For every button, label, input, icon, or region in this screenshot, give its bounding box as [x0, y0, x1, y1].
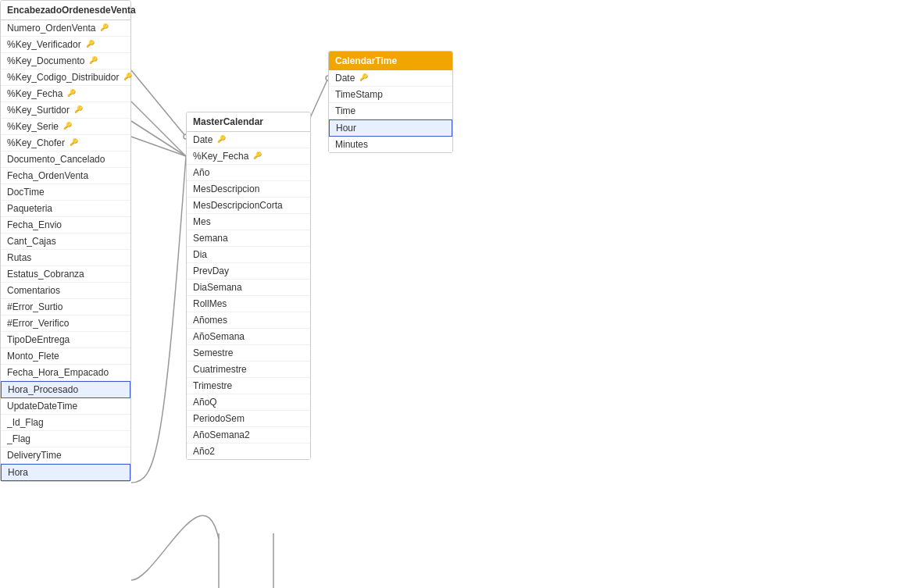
- field-row[interactable]: DiaSemana: [187, 280, 310, 296]
- field-row[interactable]: Date🔑: [187, 132, 310, 148]
- field-name: Hour: [336, 123, 356, 134]
- field-name: #Error_Verifico: [7, 318, 69, 329]
- field-row[interactable]: Cuatrimestre: [187, 362, 310, 378]
- field-name: Dia: [193, 249, 207, 260]
- field-row[interactable]: _Id_Flag: [1, 415, 130, 431]
- field-row[interactable]: %Key_Chofer🔑: [1, 135, 130, 151]
- field-row[interactable]: AñoSemana2: [187, 427, 310, 444]
- field-row[interactable]: Comentarios: [1, 283, 130, 299]
- field-name: %Key_Documento: [7, 55, 84, 66]
- field-row[interactable]: RollMes: [187, 296, 310, 312]
- field-row[interactable]: %Key_Fecha🔑: [187, 148, 310, 165]
- field-row[interactable]: Documento_Cancelado: [1, 151, 130, 168]
- field-row[interactable]: %Key_Fecha🔑: [1, 86, 130, 102]
- field-row[interactable]: Hora: [1, 464, 130, 481]
- field-name: AñoSemana: [193, 331, 245, 342]
- field-row[interactable]: Minutes: [329, 137, 452, 152]
- field-name: Paqueteria: [7, 203, 52, 214]
- field-row[interactable]: Trimestre: [187, 378, 310, 394]
- key-icon: 🔑: [67, 89, 77, 98]
- field-name: %Key_Serie: [7, 121, 59, 132]
- field-row[interactable]: Rutas: [1, 250, 130, 266]
- field-row[interactable]: MesDescripcionCorta: [187, 198, 310, 214]
- field-row[interactable]: AñoQ: [187, 394, 310, 411]
- field-name: RollMes: [193, 298, 227, 309]
- field-row[interactable]: #Error_Surtio: [1, 299, 130, 315]
- table-encabezado-header: EncabezadoOrdenesdeVenta: [1, 1, 130, 20]
- svg-line-1: [131, 102, 186, 156]
- field-row[interactable]: Semana: [187, 230, 310, 247]
- field-row[interactable]: Numero_OrdenVenta🔑: [1, 20, 130, 37]
- field-row[interactable]: DocTime: [1, 184, 130, 201]
- field-row[interactable]: %Key_Surtidor🔑: [1, 102, 130, 119]
- field-name: Fecha_Envio: [7, 219, 62, 230]
- field-row[interactable]: _Flag: [1, 431, 130, 447]
- field-row[interactable]: Fecha_Hora_Empacado: [1, 365, 130, 381]
- field-row[interactable]: Añomes: [187, 312, 310, 329]
- key-icon: 🔑: [123, 73, 132, 82]
- field-row[interactable]: #Error_Verifico: [1, 315, 130, 332]
- diagram-canvas: EncabezadoOrdenesdeVenta Numero_OrdenVen…: [0, 0, 900, 588]
- field-row[interactable]: Mes: [187, 214, 310, 230]
- field-row[interactable]: Año: [187, 165, 310, 181]
- field-row[interactable]: Hour: [329, 119, 452, 137]
- key-icon: 🔑: [86, 40, 95, 49]
- field-name: DocTime: [7, 187, 45, 198]
- field-name: Añomes: [193, 315, 227, 326]
- field-row[interactable]: %Key_Verificador🔑: [1, 37, 130, 53]
- field-name: Rutas: [7, 252, 31, 263]
- field-row[interactable]: Monto_Flete: [1, 348, 130, 365]
- field-row[interactable]: Cant_Cajas: [1, 233, 130, 250]
- field-name: Estatus_Cobranza: [7, 269, 84, 280]
- field-name: Cant_Cajas: [7, 236, 56, 247]
- field-name: MesDescripcionCorta: [193, 200, 283, 211]
- field-name: %Key_Surtidor: [7, 105, 70, 116]
- field-name: %Key_Fecha: [193, 151, 248, 162]
- svg-line-0: [131, 70, 186, 137]
- field-row[interactable]: TimeStamp: [329, 87, 452, 103]
- field-name: %Key_Fecha: [7, 88, 62, 99]
- field-row[interactable]: UpdateDateTime: [1, 398, 130, 415]
- key-icon: 🔑: [89, 56, 98, 66]
- field-row[interactable]: Semestre: [187, 345, 310, 362]
- key-icon: 🔑: [217, 135, 227, 144]
- field-row[interactable]: PeriodoSem: [187, 411, 310, 427]
- field-name: TimeStamp: [335, 89, 383, 100]
- field-row[interactable]: DeliveryTime: [1, 447, 130, 464]
- field-row[interactable]: %Key_Codigo_Distribuidor🔑: [1, 69, 130, 86]
- table-mastercalendar[interactable]: MasterCalendar Date🔑%Key_Fecha🔑AñoMesDes…: [186, 112, 311, 460]
- field-row[interactable]: Hora_Procesado: [1, 381, 130, 398]
- field-row[interactable]: Dia: [187, 247, 310, 263]
- field-name: Time: [335, 105, 355, 116]
- field-row[interactable]: AñoSemana: [187, 329, 310, 345]
- field-row[interactable]: Fecha_OrdenVenta: [1, 168, 130, 184]
- field-row[interactable]: Año2: [187, 444, 310, 459]
- field-row[interactable]: TipoDeEntrega: [1, 332, 130, 348]
- table-calendartime[interactable]: CalendarTime Date🔑TimeStampTimeHourMinut…: [328, 51, 453, 153]
- field-row[interactable]: MesDescripcion: [187, 181, 310, 198]
- key-icon: 🔑: [359, 73, 369, 83]
- field-name: Cuatrimestre: [193, 364, 247, 375]
- field-name: Fecha_Hora_Empacado: [7, 367, 109, 378]
- field-row[interactable]: %Key_Serie🔑: [1, 119, 130, 135]
- table-mastercalendar-header: MasterCalendar: [187, 112, 310, 132]
- field-name: Año: [193, 167, 209, 178]
- field-row[interactable]: Fecha_Envio: [1, 217, 130, 233]
- field-row[interactable]: %Key_Documento🔑: [1, 53, 130, 69]
- field-name: %Key_Verificador: [7, 39, 81, 50]
- field-name: Hora_Procesado: [8, 384, 78, 395]
- field-name: DeliveryTime: [7, 450, 62, 461]
- field-row[interactable]: PrevDay: [187, 263, 310, 280]
- field-row[interactable]: Date🔑: [329, 70, 452, 87]
- field-name: _Flag: [7, 433, 30, 444]
- field-name: Documento_Cancelado: [7, 154, 105, 165]
- table-encabezado[interactable]: EncabezadoOrdenesdeVenta Numero_OrdenVen…: [0, 0, 131, 482]
- field-name: Mes: [193, 216, 211, 227]
- key-icon: 🔑: [74, 105, 84, 115]
- field-row[interactable]: Time: [329, 103, 452, 119]
- field-name: Minutes: [335, 139, 368, 150]
- field-row[interactable]: Paqueteria: [1, 201, 130, 217]
- field-name: Fecha_OrdenVenta: [7, 170, 88, 181]
- field-row[interactable]: Estatus_Cobranza: [1, 266, 130, 283]
- field-name: Trimestre: [193, 380, 232, 391]
